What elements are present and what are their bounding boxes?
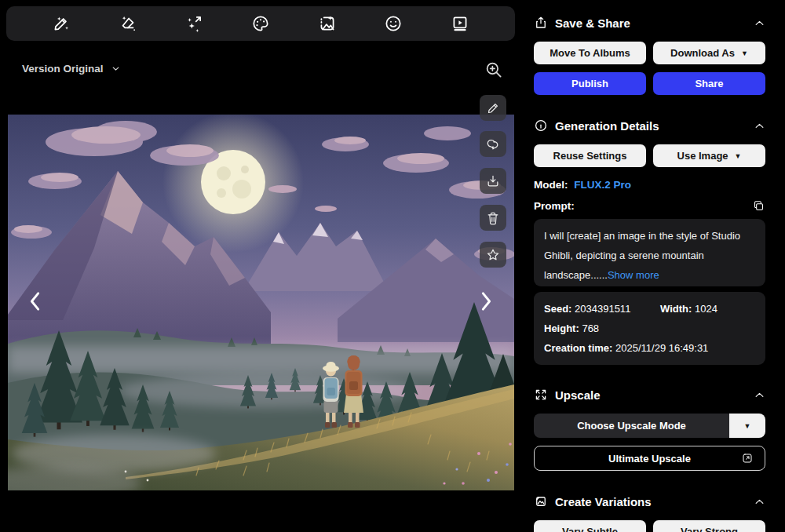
upscale-collapse-chevron[interactable] <box>754 389 765 401</box>
emoji-icon[interactable] <box>378 8 409 39</box>
download-as-button[interactable]: Download As▼ <box>653 42 765 64</box>
palette-icon[interactable] <box>245 8 276 39</box>
variations-collapse-chevron[interactable] <box>754 496 765 508</box>
caret-down-icon: ▼ <box>741 50 748 57</box>
vary-subtle-button[interactable]: Vary Subtle <box>534 520 646 532</box>
save-share-title: Save & Share <box>555 16 630 30</box>
copy-prompt-button[interactable] <box>752 199 765 213</box>
show-more-link[interactable]: Show more <box>608 269 659 281</box>
width-value: 1024 <box>695 303 717 315</box>
share-icon <box>534 16 548 30</box>
external-link-icon <box>741 452 754 465</box>
publish-button[interactable]: Publish <box>534 72 646 95</box>
model-line: Model: FLUX.2 Pro <box>534 179 765 191</box>
save-share-header: Save & Share <box>534 14 765 31</box>
generation-details-title: Generation Details <box>555 119 659 133</box>
upscale-mode-label: Choose Upscale Mode <box>534 414 729 438</box>
move-to-albums-button[interactable]: Move To Albums <box>534 42 646 64</box>
version-label: Version Original <box>22 63 104 75</box>
edit-pencil-button[interactable] <box>480 95 506 121</box>
height-value: 768 <box>582 322 599 334</box>
ultimate-upscale-button[interactable]: Ultimate Upscale <box>534 446 765 471</box>
zoom-in-icon[interactable] <box>482 58 506 82</box>
vary-strong-button[interactable]: Vary Strong <box>653 520 765 532</box>
details-panel: Save & Share Move To Albums Download As▼… <box>534 0 765 532</box>
create-variations-title: Create Variations <box>555 495 652 508</box>
trash-button[interactable] <box>480 205 506 231</box>
variations-icon <box>534 494 548 508</box>
generated-image[interactable] <box>8 115 514 490</box>
generation-details-header: Generation Details <box>534 117 765 134</box>
upscale-mode-select[interactable]: Choose Upscale Mode ▼ <box>534 414 765 438</box>
save-share-collapse-chevron[interactable] <box>754 17 765 29</box>
reuse-settings-button[interactable]: Reuse Settings <box>534 144 646 167</box>
expand-sparkle-icon[interactable] <box>178 8 210 39</box>
video-icon[interactable] <box>444 8 476 39</box>
magic-eraser-icon[interactable] <box>112 8 144 39</box>
next-image-button[interactable] <box>473 286 499 317</box>
seed-value: 2034391511 <box>575 303 630 315</box>
app-root: Version Original <box>0 0 785 532</box>
generation-meta-box: Seed: 2034391511 Width: 1024 Height: 768… <box>534 292 765 365</box>
info-icon <box>534 118 548 133</box>
edit-toolbar <box>6 6 515 41</box>
caret-down-icon: ▼ <box>744 423 751 430</box>
prev-image-button[interactable] <box>22 286 49 317</box>
use-image-button[interactable]: Use Image▼ <box>653 144 765 167</box>
chevron-down-icon <box>111 64 121 74</box>
version-selector[interactable]: Version Original <box>22 63 121 75</box>
upscale-header: Upscale <box>534 386 765 403</box>
create-variations-header: Create Variations <box>534 493 765 510</box>
caret-down-icon: ▼ <box>735 153 742 160</box>
image-enhance-icon[interactable] <box>312 8 343 39</box>
upscale-expand-icon <box>534 388 548 402</box>
magic-edit-icon[interactable] <box>46 8 77 39</box>
favorite-star-button[interactable] <box>480 242 506 268</box>
prompt-box[interactable]: I will [create] an image in the style of… <box>534 219 765 286</box>
share-button[interactable]: Share <box>653 72 765 95</box>
model-link[interactable]: FLUX.2 Pro <box>574 179 631 191</box>
upscale-mode-caret[interactable]: ▼ <box>729 414 765 438</box>
download-button[interactable] <box>480 168 506 194</box>
prompt-label: Prompt: <box>534 200 575 212</box>
comments-button[interactable] <box>480 131 506 157</box>
upscale-title: Upscale <box>555 388 601 402</box>
ghibli-landscape-art <box>8 115 514 490</box>
creation-time-value: 2025/11/29 16:49:31 <box>615 342 708 354</box>
generation-collapse-chevron[interactable] <box>754 120 765 132</box>
